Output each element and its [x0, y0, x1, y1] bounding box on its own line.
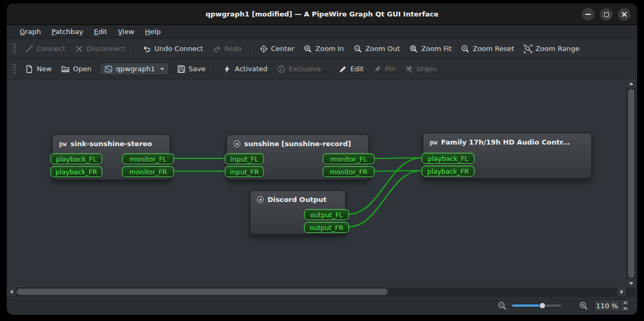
center-icon [260, 45, 268, 53]
patchbay-select-dropdown[interactable]: qpwgraph1 [99, 63, 169, 75]
menu-view[interactable]: View [113, 26, 140, 37]
scroll-down-button[interactable] [627, 279, 635, 288]
zoom-in-icon[interactable] [579, 301, 588, 310]
arrow-down-icon [624, 308, 627, 310]
port-in-playback_FR[interactable]: playback_FR [51, 166, 102, 177]
menu-help[interactable]: Help [140, 26, 166, 37]
toolbar-separator [330, 63, 330, 75]
node-header: pw sink-sunshine-stereo [53, 135, 170, 148]
port-in-playback_FL[interactable]: playback_FL [51, 154, 102, 164]
pencil-icon [339, 65, 347, 73]
arrow-up-icon [629, 82, 633, 85]
menu-edit[interactable]: Edit [89, 26, 113, 37]
scroll-left-button[interactable] [7, 288, 15, 296]
zoom-out-button[interactable]: Zoom Out [349, 42, 405, 56]
pin-button[interactable]: Pin [369, 62, 400, 76]
zoom-out-icon[interactable] [498, 301, 507, 310]
undo-icon [143, 45, 151, 53]
exclusive-toggle[interactable]: Exclusive [272, 62, 326, 76]
toolbar-separator [214, 63, 214, 75]
window-controls [582, 8, 631, 21]
application-icon [257, 196, 264, 203]
spinbox-buttons [621, 300, 629, 311]
zoom-range-icon [524, 45, 532, 53]
port-in-input_FR[interactable]: input_FR [225, 166, 264, 177]
zoom-reset-icon [461, 45, 470, 53]
spin-up-button[interactable] [621, 300, 629, 306]
port-out-output_FL[interactable]: output_FL [304, 209, 349, 220]
port-out-monitor_FR[interactable]: monitor_FR [323, 166, 374, 177]
zoom-reset-button[interactable]: Zoom Reset [456, 42, 519, 56]
zoom-percent-spinbox[interactable]: 110 % [593, 299, 630, 312]
zoom-slider[interactable] [512, 301, 561, 310]
save-icon [177, 65, 186, 73]
port-in-input_FL[interactable]: input_FL [225, 154, 264, 164]
save-button[interactable]: Save [172, 62, 211, 76]
redo-button[interactable]: Redo [208, 42, 247, 56]
undo-connect-button[interactable]: Undo Connect [138, 42, 208, 56]
zoom-fit-button[interactable]: Zoom Fit [405, 42, 456, 56]
vertical-scrollbar[interactable] [627, 79, 635, 288]
patchbay-file-icon [104, 65, 113, 73]
node-title: Discord Output [267, 196, 327, 204]
pipewire-icon: pw [59, 141, 66, 147]
zoom-in-button[interactable]: Zoom In [299, 42, 349, 56]
spin-down-button[interactable] [621, 306, 629, 312]
graph-canvas[interactable]: pw sink-sunshine-stereo playback_FL play… [7, 79, 626, 288]
menubar: Graph Patchbay Edit View Help [7, 25, 637, 39]
new-file-icon [25, 65, 34, 73]
port-out-monitor_FL[interactable]: monitor_FL [122, 154, 174, 164]
node-title: sink-sunshine-stereo [70, 140, 152, 148]
lightning-icon [223, 65, 231, 73]
titlebar: qpwgraph1 [modified] — A PipeWire Graph … [7, 4, 637, 25]
horizontal-scrollbar-thumb[interactable] [16, 289, 388, 295]
disconnect-button[interactable]: Disconnect [70, 42, 130, 56]
zoom-in-icon [304, 45, 312, 53]
maximize-button[interactable] [600, 8, 613, 21]
cables-layer [7, 79, 626, 288]
node-sink-sunshine-stereo[interactable]: pw sink-sunshine-stereo playback_FL play… [52, 134, 170, 180]
unpin-icon [405, 65, 413, 73]
arrow-left-icon [10, 290, 13, 294]
arrow-down-icon [629, 282, 633, 285]
unpin-button[interactable]: Unpin [400, 62, 441, 76]
close-button[interactable] [618, 8, 631, 21]
zoom-range-button[interactable]: Zoom Range [519, 42, 584, 56]
port-in-playback_FR[interactable]: playback_FR [422, 166, 474, 176]
menu-graph[interactable]: Graph [14, 26, 46, 37]
toolbar-drag-handle[interactable] [12, 63, 16, 75]
pin-icon [373, 65, 382, 73]
zoom-slider-fill [512, 305, 542, 307]
open-button[interactable]: Open [56, 62, 96, 76]
zoom-percent-value[interactable]: 110 % [594, 300, 621, 311]
minimize-icon [586, 14, 591, 15]
edit-toggle[interactable]: Edit [334, 62, 369, 76]
port-out-monitor_FL[interactable]: monitor_FL [323, 154, 374, 164]
new-button[interactable]: New [20, 62, 56, 76]
toolbar-drag-handle[interactable] [12, 43, 16, 55]
node-discord-output[interactable]: Discord Output output_FL output_FR [250, 190, 346, 235]
pipewire-icon: pw [430, 139, 437, 146]
port-out-monitor_FR[interactable]: monitor_FR [122, 166, 174, 177]
port-in-playback_FL[interactable]: playback_FL [422, 153, 474, 164]
node-sunshine[interactable]: sunshine [sunshine-record] input_FL inpu… [227, 134, 369, 180]
node-title: sunshine [sunshine-record] [244, 140, 351, 148]
zoom-slider-handle[interactable] [539, 302, 546, 309]
port-out-output_FR[interactable]: output_FR [304, 222, 349, 233]
connect-button[interactable]: Connect [20, 42, 70, 56]
node-header: sunshine [sunshine-record] [227, 135, 369, 148]
horizontal-scrollbar[interactable] [7, 288, 626, 296]
scroll-up-button[interactable] [627, 79, 635, 88]
arrow-up-icon [624, 301, 627, 303]
scroll-right-button[interactable] [617, 288, 626, 296]
center-button[interactable]: Center [255, 42, 299, 56]
activated-toggle[interactable]: Activated [218, 62, 272, 76]
screen: qpwgraph1 [modified] — A PipeWire Graph … [0, 0, 644, 321]
node-family-hd-audio[interactable]: pw Family 17h/19h HD Audio Contr... play… [423, 133, 592, 179]
minimize-button[interactable] [582, 8, 595, 21]
disconnect-icon [75, 45, 83, 53]
toolbar-patchbay: New Open qpwgraph1 Save Activated Exclus… [7, 59, 637, 79]
menu-patchbay[interactable]: Patchbay [46, 26, 89, 37]
vertical-scrollbar-thumb[interactable] [628, 89, 634, 278]
toolbar-separator [133, 43, 134, 55]
